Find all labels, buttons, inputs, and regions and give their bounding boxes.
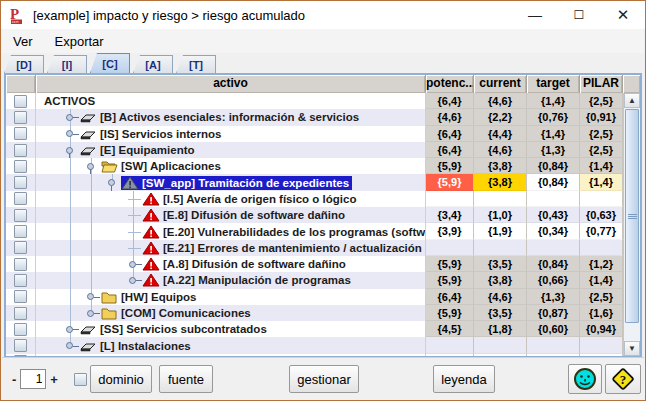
tree-node-label[interactable]: [E] Equipamiento — [100, 144, 195, 156]
row-checkbox[interactable] — [14, 127, 27, 140]
row-checkbox[interactable] — [14, 241, 27, 254]
row-checkbox[interactable] — [14, 192, 27, 205]
row-checkbox[interactable] — [14, 160, 27, 173]
pilar-value-cell — [580, 354, 623, 356]
expand-handle-icon[interactable] — [86, 305, 100, 321]
row-checkbox[interactable] — [14, 274, 27, 287]
table-row[interactable] — [6, 354, 623, 356]
row-checkbox[interactable] — [14, 225, 27, 238]
table-row[interactable]: [IS] Servicios internos{6,4}{4,4}{1,4}{2… — [6, 126, 623, 142]
expand-handle-icon[interactable] — [65, 338, 79, 354]
tree-node-label[interactable]: [SW] Aplicaciones — [121, 160, 221, 172]
menu-ver[interactable]: Ver — [13, 34, 33, 49]
maximize-button[interactable]: ☐ — [557, 1, 601, 29]
tree-node-label[interactable]: [L] Instalaciones — [100, 340, 191, 352]
row-checkbox[interactable] — [14, 290, 27, 303]
expand-handle-icon[interactable] — [65, 321, 79, 337]
table-row[interactable]: [B] Activos esenciales: información & se… — [6, 109, 623, 125]
decrement-button[interactable]: - — [8, 372, 20, 387]
help-button[interactable]: ? — [605, 364, 641, 394]
row-checkbox[interactable] — [14, 258, 27, 271]
tree-node-label[interactable]: [E.8] Difusión de software dañino — [163, 209, 345, 221]
collapse-handle-icon[interactable] — [65, 142, 79, 158]
expand-handle-icon[interactable] — [128, 256, 142, 272]
table-row[interactable]: [L] Instalaciones — [6, 337, 623, 353]
fuente-button[interactable]: fuente — [159, 365, 213, 393]
table-row[interactable]: [HW] Equipos{6,4}{4,6}{1,3}{2,5} — [6, 289, 623, 305]
row-checkbox[interactable] — [14, 209, 27, 222]
table-row[interactable]: [E.20] Vulnerabilidades de los programas… — [6, 223, 623, 239]
tree-node-label[interactable]: [A.8] Difusión de software dañino — [163, 258, 346, 270]
mood-button[interactable] — [568, 364, 602, 394]
table-row[interactable]: ACTIVOS{6,4}{4,6}{1,4}{2,5} — [6, 93, 623, 109]
current-value-cell: {3,5} — [474, 305, 527, 321]
column-header-activo[interactable]: activo — [36, 75, 426, 93]
table-row[interactable]: [A.8] Difusión de software dañino{5,9}{3… — [6, 256, 623, 272]
scroll-up-button[interactable]: ▲ — [624, 93, 640, 108]
gestionar-button[interactable]: gestionar — [289, 365, 359, 393]
column-header-target[interactable]: target — [527, 75, 580, 93]
pilar-value-cell: {1,4} — [580, 174, 623, 190]
tree-guide-line — [91, 191, 92, 207]
minimize-button[interactable]: — — [513, 1, 557, 29]
tree-node-label[interactable]: [E.20] Vulnerabilidades de los programas… — [163, 226, 426, 238]
column-header-current[interactable]: current — [474, 75, 527, 93]
row-checkbox[interactable] — [14, 339, 27, 352]
plus-one-checkbox[interactable] — [74, 373, 87, 386]
table-row[interactable]: [SW] Aplicaciones{5,9}{3,8}{0,84}{1,4} — [6, 158, 623, 174]
potencial-value-cell — [426, 240, 474, 256]
expand-handle-icon[interactable] — [128, 272, 142, 288]
tab-t[interactable]: [T] — [176, 55, 216, 73]
row-checkbox[interactable] — [14, 95, 27, 108]
expand-handle-icon[interactable] — [65, 126, 79, 142]
table-row[interactable]: [I.5] Avería de origen físico o lógico — [6, 191, 623, 207]
dominio-button[interactable]: dominio — [90, 365, 152, 393]
menu-exportar[interactable]: Exportar — [55, 34, 104, 49]
row-checkbox[interactable] — [14, 355, 27, 356]
scroll-down-button[interactable]: ▼ — [624, 341, 640, 356]
row-checkbox[interactable] — [14, 176, 27, 189]
table-row[interactable]: [E.21] Errores de mantenimiento / actual… — [6, 240, 623, 256]
expand-handle-icon[interactable] — [86, 289, 100, 305]
row-checkbox[interactable] — [14, 307, 27, 320]
row-checkbox[interactable] — [14, 111, 27, 124]
table-row[interactable]: [A.22] Manipulación de programas{5,9}{3,… — [6, 272, 623, 288]
leyenda-button[interactable]: leyenda — [433, 365, 495, 393]
expand-handle-icon[interactable] — [65, 109, 79, 125]
tab-d[interactable]: [D] — [4, 55, 44, 73]
increment-button[interactable]: + — [46, 372, 62, 387]
tree-node-label[interactable]: [I.5] Avería de origen físico o lógico — [163, 193, 356, 205]
table-row[interactable]: [COM] Comunicaciones{5,9}{3,5}{0,87}{1,6… — [6, 305, 623, 321]
collapse-handle-icon[interactable] — [107, 175, 121, 191]
vertical-scrollbar[interactable]: ▲ ▼ — [623, 93, 640, 356]
tree-node-label[interactable]: [E.21] Errores de mantenimiento / actual… — [163, 242, 426, 254]
column-header-potencial[interactable]: potenc... — [426, 75, 474, 93]
target-value-cell: {0,84} — [527, 174, 580, 190]
tree-node-label[interactable]: [HW] Equipos — [121, 291, 196, 303]
table-row[interactable]: [E] Equipamiento{6,4}{4,6}{1,3}{2,5} — [6, 142, 623, 158]
table-row[interactable]: [E.8] Difusión de software dañino{3,4}{1… — [6, 207, 623, 223]
tree-node-label-selected[interactable]: [SW_app] Tramitación de expedientes — [142, 177, 349, 189]
close-button[interactable]: ✕ — [601, 1, 645, 29]
tree-node-label[interactable]: [A.22] Manipulación de programas — [163, 274, 351, 286]
collapse-handle-icon[interactable] — [86, 158, 100, 174]
current-value-cell — [474, 337, 527, 353]
target-value-cell: {0,76} — [527, 109, 580, 125]
tab-c[interactable]: [C] — [90, 53, 130, 73]
column-header-pilar[interactable]: PILAR — [580, 75, 623, 93]
tree-guide-line — [70, 240, 71, 256]
row-checkbox[interactable] — [14, 323, 27, 336]
tree-node-label[interactable]: [IS] Servicios internos — [100, 128, 221, 140]
tree-node-label[interactable]: [SS] Servicios subcontratados — [100, 323, 267, 335]
row-checkbox[interactable] — [14, 144, 27, 157]
tree-node-label[interactable]: [COM] Comunicaciones — [121, 307, 251, 319]
table-row[interactable]: [SS] Servicios subcontratados{4,5}{1,8}{… — [6, 321, 623, 337]
scrollbar-track[interactable] — [624, 108, 640, 341]
table-row[interactable]: [SW_app] Tramitación de expedientes{5,9}… — [6, 174, 623, 190]
scrollbar-thumb[interactable] — [625, 109, 639, 323]
tab-a[interactable]: [A] — [133, 55, 173, 73]
tab-i[interactable]: [I] — [47, 55, 87, 73]
tree-node-label[interactable]: [B] Activos esenciales: información & se… — [100, 111, 359, 123]
depth-input[interactable] — [20, 369, 46, 389]
tree-node-label[interactable]: ACTIVOS — [44, 95, 95, 107]
